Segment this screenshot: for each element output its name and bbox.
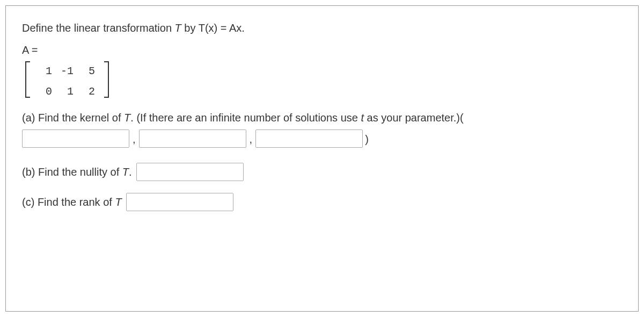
bracket-right-icon xyxy=(103,61,110,102)
kernel-input-3[interactable] xyxy=(255,129,363,148)
part-a-inputs: , , ) xyxy=(22,129,622,148)
bracket-left-icon xyxy=(24,61,32,102)
matrix-cell: 1 xyxy=(39,61,52,82)
matrix-A: A xyxy=(22,44,28,56)
prompt-equals: = xyxy=(217,22,229,34)
prompt-period: . xyxy=(241,22,245,34)
prompt-eq-lhs: T(x) xyxy=(199,22,218,34)
part-a-T: T xyxy=(124,112,130,124)
comma: , xyxy=(133,133,136,148)
part-a-hint2: as your parameter.) xyxy=(364,112,460,124)
matrix: 1 -1 5 0 1 2 xyxy=(24,61,110,102)
part-a-label: (a) Find the kernel of xyxy=(22,112,124,124)
part-b: (b) Find the nullity of T. xyxy=(22,163,622,181)
matrix-label: A = xyxy=(22,44,622,56)
matrix-cell: 2 xyxy=(82,82,95,102)
matrix-row: 1 -1 5 xyxy=(39,61,95,82)
matrix-cell: -1 xyxy=(61,61,74,82)
prompt-mid: by xyxy=(181,22,199,34)
matrix-cell: 5 xyxy=(82,61,95,82)
part-a-text: (a) Find the kernel of T. (If there are … xyxy=(22,112,622,124)
part-c: (c) Find the rank of T xyxy=(22,193,622,211)
part-b-label: (b) Find the nullity of T. xyxy=(22,166,132,178)
prompt-prefix: Define the linear transformation xyxy=(22,22,175,34)
part-a-hint: (If there are an infinite number of solu… xyxy=(136,112,361,124)
prompt-eq-rhs: Ax xyxy=(229,22,241,34)
kernel-input-1[interactable] xyxy=(22,129,129,148)
kernel-input-2[interactable] xyxy=(139,129,246,148)
comma: , xyxy=(250,133,253,148)
open-paren: ( xyxy=(460,112,464,124)
close-paren: ) xyxy=(365,133,369,148)
rank-input[interactable] xyxy=(126,193,233,211)
matrix-cell: 1 xyxy=(61,82,74,102)
part-c-label: (c) Find the rank of T xyxy=(22,196,122,208)
prompt-T: T xyxy=(175,22,181,34)
matrix-eq: = xyxy=(28,44,38,56)
part-a-period: . xyxy=(130,112,136,124)
prompt-text: Define the linear transformation T by T(… xyxy=(22,22,622,34)
nullity-input[interactable] xyxy=(136,163,244,181)
matrix-cell: 0 xyxy=(39,82,52,102)
question-container: Define the linear transformation T by T(… xyxy=(5,5,639,312)
matrix-row: 0 1 2 xyxy=(39,82,95,102)
matrix-body: 1 -1 5 0 1 2 xyxy=(32,61,103,102)
